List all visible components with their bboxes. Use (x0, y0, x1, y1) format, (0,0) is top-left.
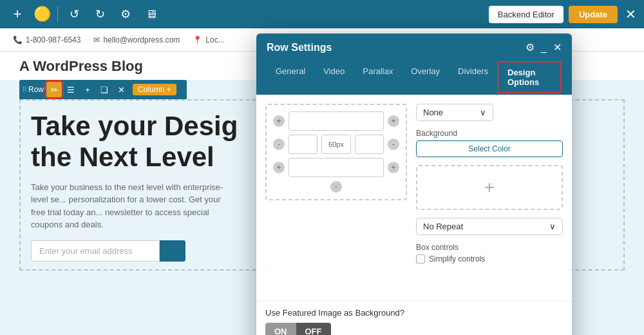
location-icon: 📍 (193, 35, 202, 44)
email-icon: ✉ (93, 35, 100, 44)
row-label: Row (28, 85, 44, 94)
grid-row-2: - 60px - (273, 135, 399, 154)
modal-gear-icon[interactable]: ⚙ (526, 41, 535, 53)
update-button[interactable]: Update (569, 6, 618, 23)
top-toolbar: + 🟡 ↺ ↻ ⚙ 🖥 Backend Editor Update ✕ (0, 0, 644, 28)
tab-general[interactable]: General (267, 61, 314, 95)
row-close-button[interactable]: ✕ (113, 82, 129, 97)
row-edit-button[interactable]: ✏ (46, 82, 62, 97)
grid-add-col-btn-2[interactable]: + (388, 115, 399, 127)
tab-design-options[interactable]: Design Options (497, 61, 562, 93)
no-repeat-chevron: ∨ (549, 222, 556, 231)
grid-minus-right[interactable]: - (388, 139, 399, 150)
no-repeat-row: No Repeat ∨ (416, 218, 563, 235)
column-label: Column (138, 85, 164, 94)
tab-dividers[interactable]: Dividers (449, 61, 497, 95)
no-repeat-dropdown[interactable]: No Repeat ∨ (416, 218, 563, 235)
grid-cell-mid-left[interactable] (289, 135, 317, 154)
plus-icon: + (484, 177, 495, 198)
row-copy-button[interactable]: ❏ (97, 82, 112, 97)
modal-minimize-icon[interactable]: _ (541, 42, 547, 53)
none-dropdown-row: None ∨ (416, 104, 563, 121)
featured-section: Use Featured Image as Background? ON OFF (256, 301, 572, 335)
modal-title: Row Settings (267, 42, 332, 53)
modal-header: Row Settings ⚙ _ ✕ (256, 34, 572, 61)
row-editor-bar: ⠿ Row ✏ ☰ + ❏ ✕ Column + (19, 80, 187, 99)
row-add-button[interactable]: + (80, 82, 95, 97)
site-title: A WordPress Blog (19, 58, 143, 74)
toolbar-left: + 🟡 ↺ ↻ ⚙ 🖥 (8, 5, 482, 24)
grid-container: + + - 60px - + + (265, 104, 407, 200)
column-add-icon: + (167, 85, 171, 94)
app-logo: 🟡 (33, 6, 51, 23)
grid-row-1: + + (273, 111, 399, 131)
image-upload-row: + (416, 165, 563, 210)
phone-item: 📞 1-800-987-6543 (13, 35, 80, 44)
add-element-button[interactable]: + (8, 5, 27, 24)
phone-number: 1-800-987-6543 (26, 35, 80, 44)
settings-button[interactable]: ⚙ (116, 5, 135, 24)
grid-cell-bot[interactable] (289, 158, 384, 177)
featured-label: Use Featured Image as Background? (265, 308, 563, 318)
simplify-checkbox[interactable] (416, 254, 425, 263)
row-move-icon[interactable]: ⠿ (22, 86, 27, 94)
modal-body: + + - 60px - + + (256, 95, 572, 301)
tab-parallax[interactable]: Parallax (354, 61, 402, 95)
email-input[interactable]: Enter your email address (31, 240, 160, 262)
grid-row-3: + + (273, 158, 399, 177)
none-dropdown[interactable]: None ∨ (416, 104, 493, 121)
grid-cell-top[interactable] (289, 111, 384, 131)
subscribe-button[interactable] (160, 240, 185, 262)
grid-add-col-btn-3[interactable]: + (273, 162, 285, 173)
grid-add-col-btn[interactable]: + (273, 115, 285, 127)
box-controls-row: Box controls Simplify controls (416, 243, 563, 263)
modal-tabs: General Video Parallax Overlay Dividers … (256, 61, 572, 95)
image-upload-box[interactable]: + (416, 165, 563, 210)
select-color-button[interactable]: Select Color (416, 140, 563, 157)
grid-px-value: 60px (328, 140, 344, 148)
background-row: Background Select Color (416, 129, 563, 157)
grid-panel: + + - 60px - + + (265, 104, 407, 292)
email-item: ✉ hello@wordpress.com (93, 35, 180, 44)
column-button[interactable]: Column + (133, 84, 176, 95)
toolbar-separator (57, 6, 58, 22)
location-label: Loc... (205, 35, 224, 44)
toggle-group: ON OFF (265, 323, 331, 335)
tab-overlay[interactable]: Overlay (402, 61, 449, 95)
tab-video[interactable]: Video (314, 61, 354, 95)
redo-button[interactable]: ↻ (90, 5, 109, 24)
row-settings-modal: Row Settings ⚙ _ ✕ General Video Paralla… (256, 34, 572, 335)
no-repeat-label: No Repeat (423, 222, 463, 231)
email-address: hello@wordpress.com (103, 35, 180, 44)
background-label: Background (416, 129, 563, 138)
box-controls-label: Box controls (416, 243, 563, 252)
modal-header-actions: ⚙ _ ✕ (526, 41, 562, 53)
display-button[interactable]: 🖥 (142, 5, 161, 24)
grid-minus-left[interactable]: - (273, 139, 285, 150)
toolbar-right: Backend Editor Update ✕ (489, 6, 636, 23)
modal-close-icon[interactable]: ✕ (553, 41, 562, 53)
simplify-controls-row: Simplify controls (416, 254, 563, 263)
toolbar-close-icon[interactable]: ✕ (625, 6, 636, 22)
row-menu-button[interactable]: ☰ (63, 82, 79, 97)
hero-description: Take your business to the next level wit… (31, 181, 237, 231)
toggle-on-button[interactable]: ON (265, 323, 296, 335)
phone-icon: 📞 (13, 35, 23, 44)
grid-row-4: - (273, 181, 399, 193)
grid-cell-mid-center[interactable]: 60px (321, 135, 350, 154)
settings-panel: None ∨ Background Select Color + No Repe… (416, 104, 563, 292)
location-item: 📍 Loc... (193, 35, 224, 44)
simplify-label: Simplify controls (429, 254, 485, 263)
undo-button[interactable]: ↺ (64, 5, 84, 24)
toggle-off-button[interactable]: OFF (296, 323, 331, 335)
grid-minus-bottom[interactable]: - (330, 181, 342, 193)
none-label: None (423, 108, 443, 117)
backend-editor-button[interactable]: Backend Editor (489, 6, 564, 23)
grid-add-col-btn-4[interactable]: + (388, 162, 399, 173)
grid-cell-mid-right[interactable] (355, 135, 384, 154)
none-chevron: ∨ (480, 108, 486, 117)
